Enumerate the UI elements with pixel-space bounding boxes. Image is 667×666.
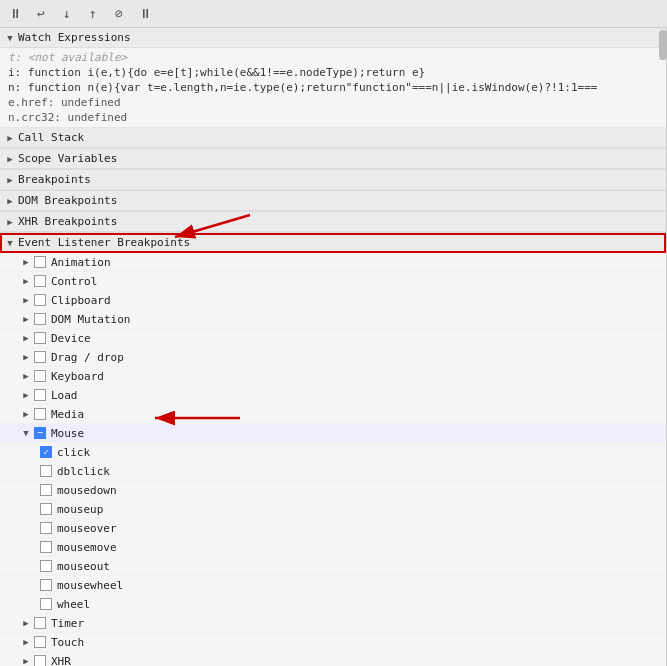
scrollbar-thumb[interactable] [659, 30, 667, 60]
xhr-breakpoints-header[interactable]: ▶ XHR Breakpoints [0, 212, 666, 232]
wheel-checkbox[interactable] [40, 598, 52, 610]
mouseout-label: mouseout [57, 560, 110, 573]
event-animation[interactable]: ▶ Animation [0, 253, 666, 272]
mouseout-checkbox[interactable] [40, 560, 52, 572]
keyboard-chevron-icon: ▶ [20, 370, 32, 382]
mouseup-checkbox[interactable] [40, 503, 52, 515]
animation-checkbox[interactable] [34, 256, 46, 268]
control-label: Control [51, 275, 97, 288]
event-drag-drop[interactable]: ▶ Drag / drop [0, 348, 666, 367]
load-chevron-icon: ▶ [20, 389, 32, 401]
dblclick-checkbox[interactable] [40, 465, 52, 477]
dom-mutation-label: DOM Mutation [51, 313, 130, 326]
step-over-button[interactable]: ↩ [32, 5, 50, 23]
event-mouseover[interactable]: mouseover [0, 519, 666, 538]
event-timer[interactable]: ▶ Timer [0, 614, 666, 633]
event-load[interactable]: ▶ Load [0, 386, 666, 405]
mousedown-checkbox[interactable] [40, 484, 52, 496]
event-mouseup[interactable]: mouseup [0, 500, 666, 519]
event-mousedown[interactable]: mousedown [0, 481, 666, 500]
click-checkbox[interactable] [40, 446, 52, 458]
xhr-breakpoints-section: ▶ XHR Breakpoints [0, 212, 666, 233]
watch-expressions-header[interactable]: ▼ Watch Expressions [0, 28, 666, 48]
touch-checkbox[interactable] [34, 636, 46, 648]
step-out-button[interactable]: ↑ [84, 5, 102, 23]
event-dom-mutation[interactable]: ▶ DOM Mutation [0, 310, 666, 329]
clipboard-checkbox[interactable] [34, 294, 46, 306]
mousemove-checkbox[interactable] [40, 541, 52, 553]
animation-label: Animation [51, 256, 111, 269]
breakpoints-section: ▶ Breakpoints [0, 170, 666, 191]
control-checkbox[interactable] [34, 275, 46, 287]
event-mousewheel[interactable]: mousewheel [0, 576, 666, 595]
mouseover-checkbox[interactable] [40, 522, 52, 534]
drag-drop-checkbox[interactable] [34, 351, 46, 363]
media-checkbox[interactable] [34, 408, 46, 420]
dom-mutation-checkbox[interactable] [34, 313, 46, 325]
watch-expressions-section: ▼ Watch Expressions t: <not available> i… [0, 28, 666, 128]
event-control[interactable]: ▶ Control [0, 272, 666, 291]
touch-label: Touch [51, 636, 84, 649]
mousewheel-label: mousewheel [57, 579, 123, 592]
drag-drop-chevron-icon: ▶ [20, 351, 32, 363]
watch-item-ncrc32: n.crc32: undefined [8, 110, 658, 125]
xhr-checkbox[interactable] [34, 655, 46, 666]
clipboard-label: Clipboard [51, 294, 111, 307]
disable-breakpoints-button[interactable]: ⊘ [110, 5, 128, 23]
device-label: Device [51, 332, 91, 345]
touch-chevron-icon: ▶ [20, 636, 32, 648]
drag-drop-label: Drag / drop [51, 351, 124, 364]
timer-chevron-icon: ▶ [20, 617, 32, 629]
event-xhr[interactable]: ▶ XHR [0, 652, 666, 666]
event-dblclick[interactable]: dblclick [0, 462, 666, 481]
event-device[interactable]: ▶ Device [0, 329, 666, 348]
load-checkbox[interactable] [34, 389, 46, 401]
pause-button[interactable]: ⏸ [6, 5, 24, 23]
keyboard-checkbox[interactable] [34, 370, 46, 382]
mouse-label: Mouse [51, 427, 84, 440]
device-checkbox[interactable] [34, 332, 46, 344]
timer-label: Timer [51, 617, 84, 630]
wheel-label: wheel [57, 598, 90, 611]
mouseover-label: mouseover [57, 522, 117, 535]
event-wheel[interactable]: wheel [0, 595, 666, 614]
event-listener-breakpoints-section: ▼ Event Listener Breakpoints ▶ Animation… [0, 233, 666, 666]
watch-expressions-label: Watch Expressions [18, 31, 131, 44]
event-listener-breakpoints-label: Event Listener Breakpoints [18, 236, 190, 249]
dom-breakpoints-section: ▶ DOM Breakpoints [0, 191, 666, 212]
media-label: Media [51, 408, 84, 421]
clipboard-chevron-icon: ▶ [20, 294, 32, 306]
debugger-toolbar: ⏸ ↩ ↓ ↑ ⊘ ⏸ [0, 0, 667, 28]
event-click[interactable]: click [0, 443, 666, 462]
scope-variables-header[interactable]: ▶ Scope Variables [0, 149, 666, 169]
dom-breakpoints-header[interactable]: ▶ DOM Breakpoints [0, 191, 666, 211]
timer-checkbox[interactable] [34, 617, 46, 629]
breakpoints-header[interactable]: ▶ Breakpoints [0, 170, 666, 190]
step-into-button[interactable]: ↓ [58, 5, 76, 23]
click-label: click [57, 446, 90, 459]
mouse-chevron-icon: ▼ [20, 427, 32, 439]
event-clipboard[interactable]: ▶ Clipboard [0, 291, 666, 310]
mouse-checkbox[interactable] [34, 427, 46, 439]
mousemove-label: mousemove [57, 541, 117, 554]
scope-variables-label: Scope Variables [18, 152, 117, 165]
event-mouse[interactable]: ▼ Mouse [0, 424, 666, 443]
watch-chevron-icon: ▼ [4, 32, 16, 44]
call-stack-header[interactable]: ▶ Call Stack [0, 128, 666, 148]
event-listener-breakpoints-header[interactable]: ▼ Event Listener Breakpoints [0, 233, 666, 253]
mouseup-label: mouseup [57, 503, 103, 516]
call-stack-chevron-icon: ▶ [4, 132, 16, 144]
watch-expressions-content: t: <not available> i: function i(e,t){do… [0, 48, 666, 128]
event-keyboard[interactable]: ▶ Keyboard [0, 367, 666, 386]
pause-exceptions-button[interactable]: ⏸ [136, 5, 154, 23]
event-mousemove[interactable]: mousemove [0, 538, 666, 557]
dom-mutation-chevron-icon: ▶ [20, 313, 32, 325]
event-mouseout[interactable]: mouseout [0, 557, 666, 576]
mousewheel-checkbox[interactable] [40, 579, 52, 591]
event-touch[interactable]: ▶ Touch [0, 633, 666, 652]
event-media[interactable]: ▶ Media [0, 405, 666, 424]
dblclick-label: dblclick [57, 465, 110, 478]
dom-breakpoints-chevron-icon: ▶ [4, 195, 16, 207]
call-stack-label: Call Stack [18, 131, 84, 144]
scope-variables-chevron-icon: ▶ [4, 153, 16, 165]
